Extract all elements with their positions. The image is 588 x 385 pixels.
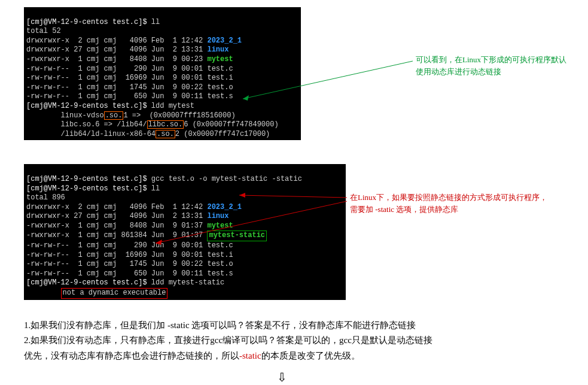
terminal-2: [cmj@VM-12-9-centos test.c]$ gcc test.o … bbox=[24, 164, 346, 299]
para-2b: 优先，没有动态库有静态库也会进行静态链接的，所以-static的本质是改变了优先… bbox=[24, 348, 588, 364]
static-keyword: -static bbox=[239, 351, 261, 360]
prompt: [cmj@VM-12-9-centos test.c]$ bbox=[26, 175, 151, 183]
exe-name: mytest bbox=[207, 222, 233, 230]
output-line: -rw-rw-r-- 1 cmj cmj 1745 Jun 9 00:22 te… bbox=[26, 260, 233, 268]
exe-name: mytest bbox=[207, 55, 233, 63]
output-line: -rw-rw-r-- 1 cmj cmj 290 Jun 9 00:01 tes… bbox=[26, 241, 233, 250]
dir-name: linux bbox=[207, 212, 229, 220]
anno-line: 使用动态库进行动态链接 bbox=[416, 66, 566, 78]
anno-line: 在Linux下，如果要按照静态链接的方式形成可执行程序， bbox=[350, 192, 547, 204]
output-line: linux-vdso bbox=[26, 111, 104, 120]
prompt: [cmj@VM-12-9-centos test.c]$ bbox=[26, 184, 151, 193]
cmd: gcc test.o -o mytest-static -static bbox=[151, 175, 302, 183]
output-line: -rw-rw-r-- 1 cmj cmj 650 Jun 9 00:11 tes… bbox=[26, 92, 233, 101]
cmd: ldd mytest bbox=[151, 102, 194, 110]
arrow-down-icon: ⇩ bbox=[0, 367, 588, 385]
output-line: -rwxrwxr-x 1 cmj cmj 861384 Jun 9 01:37 bbox=[26, 231, 207, 240]
cmd: ldd mytest-static bbox=[151, 278, 224, 287]
output-line: -rwxrwxr-x 1 cmj cmj 8408 Jun 9 00:23 bbox=[26, 55, 207, 63]
output-line: -rw-rw-r-- 1 cmj cmj 16969 Jun 9 00:01 t… bbox=[26, 74, 233, 82]
cmd: ll bbox=[151, 18, 160, 26]
output-line: drwxrwxr-x 27 cmj cmj 4096 Jun 2 13:31 bbox=[26, 212, 207, 220]
output-line: total 52 bbox=[26, 27, 61, 35]
not-dynamic-box: not a dynamic executable bbox=[61, 288, 168, 299]
output-line: drwxrwxr-x 27 cmj cmj 4096 Jun 2 13:31 bbox=[26, 46, 207, 54]
output-line: 2 (0x00007ff747c17000) bbox=[175, 130, 270, 138]
explanation-block: 1.如果我们没有静态库，但是我们加 -static 选项可以吗？答案是不行，没有… bbox=[24, 318, 588, 385]
output-line: 1 => (0x00007fff18516000) bbox=[123, 111, 235, 120]
output-line: libc.so.6 => /lib64/ bbox=[26, 120, 147, 129]
so-highlight: libc.so. bbox=[147, 120, 184, 129]
output-line: 6 (0x00007ff747849000) bbox=[184, 120, 278, 129]
output-line: total 896 bbox=[26, 193, 65, 202]
output-line: drwxrwxr-x 2 cmj cmj 4096 Feb 1 12:42 bbox=[26, 37, 207, 45]
prompt: [cmj@VM-12-9-centos test.c]$ bbox=[26, 278, 151, 287]
prompt: [cmj@VM-12-9-centos test.c]$ bbox=[26, 102, 151, 110]
so-highlight: .so. bbox=[104, 111, 124, 120]
para-2b-c: 的本质是改变了优先级。 bbox=[261, 351, 360, 360]
dir-name: linux bbox=[207, 46, 229, 54]
output-line: drwxrwxr-x 2 cmj cmj 4096 Feb 1 12:42 bbox=[26, 203, 207, 211]
prompt: [cmj@VM-12-9-centos test.c]$ bbox=[26, 18, 151, 26]
para-2a: 2.如果我们没有动态库，只有静态库，直接进行gcc编译可以吗？答案是可以的，gc… bbox=[24, 333, 588, 348]
dir-name: 2023_2_1 bbox=[207, 203, 242, 211]
output-line: -rw-rw-r-- 1 cmj cmj 650 Jun 9 00:11 tes… bbox=[26, 269, 233, 278]
annotation-red: 在Linux下，如果要按照静态链接的方式形成可执行程序， 需要加 -static… bbox=[350, 192, 547, 215]
output-line: -rw-rw-r-- 1 cmj cmj 16969 Jun 9 00:01 t… bbox=[26, 251, 233, 259]
exe-name-boxed: mytest-static bbox=[207, 231, 267, 241]
so-highlight: .so. bbox=[156, 130, 175, 138]
anno-line: 可以看到，在Linux下形成的可执行程序默认 bbox=[416, 54, 566, 66]
cmd: ll bbox=[151, 184, 160, 193]
terminal-1: [cmj@VM-12-9-centos test.c]$ ll total 52… bbox=[24, 7, 301, 140]
output-line: -rwxrwxr-x 1 cmj cmj 8408 Jun 9 01:37 bbox=[26, 222, 207, 230]
para-1: 1.如果我们没有静态库，但是我们加 -static 选项可以吗？答案是不行，没有… bbox=[24, 318, 588, 334]
output-line: -rw-rw-r-- 1 cmj cmj 1745 Jun 9 00:22 te… bbox=[26, 83, 233, 92]
dir-name: 2023_2_1 bbox=[207, 37, 242, 45]
para-2b-a: 优先，没有动态库有静态库也会进行静态链接的，所以 bbox=[24, 351, 239, 360]
anno-line: 需要加 -static 选项，提供静态库 bbox=[350, 204, 547, 216]
annotation-green: 可以看到，在Linux下形成的可执行程序默认 使用动态库进行动态链接 bbox=[416, 54, 566, 77]
output-line: -rw-rw-r-- 1 cmj cmj 290 Jun 9 00:01 tes… bbox=[26, 65, 233, 73]
output-line: /lib64/ld-linux-x86-64 bbox=[26, 130, 156, 138]
